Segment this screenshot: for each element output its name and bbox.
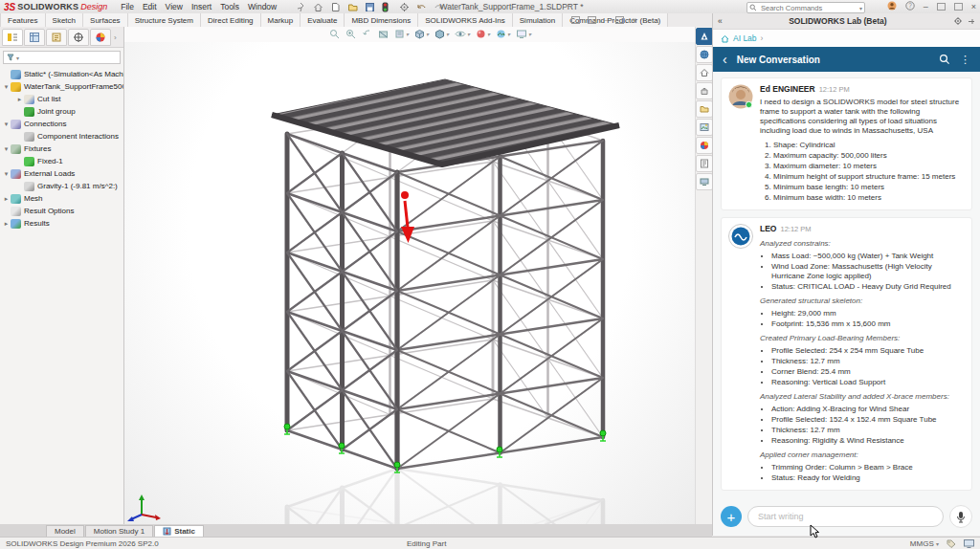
tab-direct-editing[interactable]: Direct Editing: [201, 13, 261, 27]
user-avatar-icon[interactable]: [887, 1, 897, 12]
microphone-button[interactable]: [949, 505, 972, 528]
tree-item-cut-list[interactable]: ▸Cut list: [2, 93, 123, 105]
display-style-icon[interactable]: ▾: [434, 29, 449, 39]
new-document-icon[interactable]: [330, 2, 341, 12]
undo-icon[interactable]: [416, 2, 427, 12]
add-attachment-button[interactable]: +: [721, 506, 742, 527]
featuremanager-tree-tab[interactable]: [2, 29, 23, 46]
panel-options-gear-icon[interactable]: [953, 16, 963, 26]
chat-input[interactable]: [747, 506, 944, 527]
help-icon[interactable]: ?: [905, 1, 915, 12]
view-orientation-icon[interactable]: ▾: [414, 29, 429, 39]
steel-frame-model[interactable]: [124, 42, 695, 524]
propertymanager-tab[interactable]: [24, 29, 45, 46]
tree-item-part[interactable]: ▾WaterTank_SupportFrame500KGall: [2, 80, 123, 93]
menu-tools[interactable]: Tools: [220, 2, 239, 11]
search-dropdown-caret[interactable]: ▾: [859, 5, 862, 11]
tree-item-result-options[interactable]: Result Options: [2, 205, 123, 217]
close-button[interactable]: ×: [971, 2, 976, 11]
dynamic-annotation-icon[interactable]: ▾: [394, 29, 409, 39]
tree-item-mesh[interactable]: ▸Mesh: [2, 192, 123, 205]
open-document-icon[interactable]: [347, 2, 358, 12]
tab-simulation[interactable]: Simulation: [513, 13, 563, 27]
configurationmanager-tab[interactable]: [46, 29, 67, 46]
save-icon[interactable]: [365, 2, 375, 12]
tags-icon[interactable]: [947, 539, 956, 548]
welcome-home-icon[interactable]: [696, 64, 713, 81]
menu-edit[interactable]: Edit: [143, 2, 157, 11]
dimxpertmanager-tab[interactable]: [68, 29, 89, 46]
view-settings-icon[interactable]: ▾: [516, 29, 531, 39]
command-search-input[interactable]: [759, 3, 858, 13]
edit-appearance-icon[interactable]: ▾: [476, 29, 490, 39]
previous-view-icon[interactable]: [362, 29, 372, 39]
menu-window[interactable]: Window: [248, 2, 277, 11]
tab-features[interactable]: Features: [0, 13, 46, 27]
pin-menu-icon[interactable]: [296, 2, 306, 12]
displaymanager-tab[interactable]: [90, 29, 111, 46]
doc-minimize-icon[interactable]: –: [604, 15, 608, 24]
doc-maximize-icon[interactable]: [615, 16, 624, 24]
tab-overflow-arrow[interactable]: ›: [114, 33, 117, 42]
unit-system[interactable]: MMGS ▾: [910, 539, 939, 548]
tab-solidworks-add-ins[interactable]: SOLIDWORKS Add-Ins: [418, 13, 513, 27]
tree-item-external-loads[interactable]: ▾External Loads: [2, 167, 123, 180]
tree-item-results[interactable]: ▸Results: [2, 217, 123, 230]
toolbox-icon[interactable]: [696, 82, 713, 99]
tree-filter[interactable]: ▾: [3, 51, 121, 64]
menu-insert[interactable]: Insert: [191, 2, 212, 11]
ai-lab-home-icon[interactable]: [721, 34, 729, 43]
conversation-search-icon[interactable]: [939, 54, 950, 65]
tree-item-component-interactions[interactable]: Component Interactions: [2, 130, 123, 143]
doc-close-icon[interactable]: ×: [632, 15, 636, 24]
tab-markup[interactable]: Markup: [261, 13, 301, 27]
performance-status-icon[interactable]: [382, 2, 392, 12]
graphics-viewport[interactable]: [124, 42, 695, 524]
tree-item-gravity[interactable]: Gravity-1 (-9.81 m/s^2:): [2, 180, 123, 192]
maximize-button[interactable]: [937, 3, 946, 11]
tab-structure-system[interactable]: Structure System: [128, 13, 201, 27]
tab-static-study[interactable]: Static: [154, 525, 204, 537]
tab-evaluate[interactable]: Evaluate: [301, 13, 345, 27]
zoom-to-area-icon[interactable]: [345, 29, 356, 39]
menu-file[interactable]: File: [121, 2, 134, 11]
appearances-icon[interactable]: [696, 137, 713, 154]
home-icon[interactable]: [313, 2, 323, 12]
tree-item-static-study[interactable]: Static* (-Simulation<As Machinedined: [2, 68, 123, 80]
minimize-button[interactable]: –: [924, 2, 928, 11]
tree-item-fixed-1[interactable]: Fixed-1: [2, 155, 123, 167]
menu-view[interactable]: View: [166, 2, 183, 11]
tab-mbd-dimensions[interactable]: MBD Dimensions: [345, 13, 418, 27]
display-state-icon[interactable]: [964, 539, 974, 548]
tab-sketch[interactable]: Sketch: [46, 13, 83, 27]
back-icon[interactable]: ‹: [723, 53, 727, 66]
tree-item-connections[interactable]: ▾Connections: [2, 118, 123, 130]
zoom-to-fit-icon[interactable]: [329, 29, 340, 39]
conversation-menu-icon[interactable]: ⋮: [960, 54, 970, 66]
hide-show-items-icon[interactable]: ▾: [455, 29, 470, 39]
doc-restore-icon[interactable]: [571, 16, 580, 24]
content-central-icon[interactable]: [696, 46, 713, 63]
tree-item-fixtures[interactable]: ▾Fixtures: [2, 143, 123, 155]
doc-cascade-icon[interactable]: [588, 16, 596, 24]
message-list[interactable]: Ed ENGINEER12:12 PM I need to design a S…: [713, 72, 980, 497]
tab-model[interactable]: Model: [46, 525, 84, 537]
solidworks-lab-icon[interactable]: [696, 28, 713, 45]
forum-icon[interactable]: [696, 173, 713, 190]
view-palette-icon[interactable]: [696, 119, 713, 136]
spec-item: Maximum capacity: 500,000 liters: [773, 151, 965, 161]
custom-properties-icon[interactable]: [696, 155, 713, 172]
section-view-icon[interactable]: [378, 29, 389, 39]
tab-motion-study[interactable]: Motion Study 1: [85, 525, 153, 537]
restore-button[interactable]: [954, 3, 963, 11]
collapse-panel-icon[interactable]: «: [718, 16, 723, 26]
feature-tree: Static* (-Simulation<As Machinedined ▾Wa…: [0, 67, 123, 230]
file-explorer-icon[interactable]: [696, 100, 713, 118]
tab-surfaces[interactable]: Surfaces: [83, 13, 128, 27]
options-gear-icon[interactable]: [399, 2, 410, 12]
tree-item-joint-group[interactable]: Joint group: [2, 105, 123, 118]
command-search[interactable]: ▾: [746, 2, 865, 13]
pin-panel-icon[interactable]: [967, 17, 975, 26]
breadcrumb-ai-lab[interactable]: AI Lab: [733, 33, 757, 43]
apply-scene-icon[interactable]: ▾: [496, 29, 510, 39]
